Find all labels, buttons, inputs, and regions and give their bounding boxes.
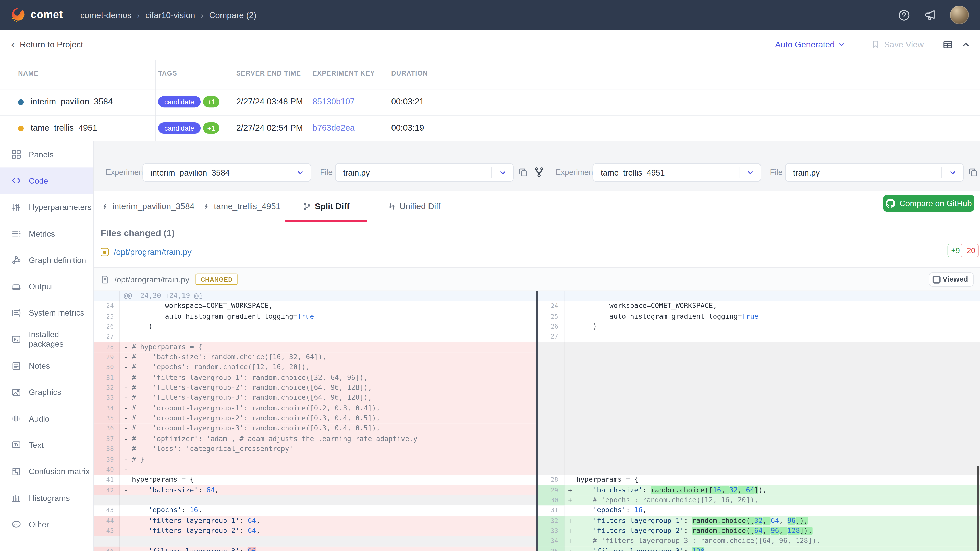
table-header-row: NAMETAGSSERVER END TIMEEXPERIMENT KEYDUR…	[0, 59, 980, 89]
changed-file-link[interactable]: /opt/program/train.py	[114, 248, 192, 257]
compare-on-github-label: Compare on GitHub	[900, 199, 972, 208]
experiment-color-dot	[18, 99, 24, 105]
view-selector-dropdown[interactable]: Auto Generated	[775, 40, 845, 49]
copy-icon[interactable]	[968, 167, 978, 177]
tab-unified-diff[interactable]: Unified Diff	[380, 191, 449, 222]
line-number: 30	[94, 362, 120, 373]
line-number: 35	[538, 546, 565, 551]
breadcrumb-separator: ›	[137, 10, 140, 20]
breadcrumb-item[interactable]: cifar10-vision	[145, 10, 195, 20]
experiment-row[interactable]: tame_trellis_4951candidate+12/27/24 02:5…	[0, 115, 980, 142]
copy-icon[interactable]	[518, 167, 528, 177]
tag-pill[interactable]: +1	[203, 96, 220, 107]
help-icon[interactable]	[898, 9, 910, 21]
sidebar-item-hyperparameters[interactable]: Hyperparameters	[0, 194, 93, 221]
sidebar-item-code[interactable]: Code	[0, 168, 93, 194]
save-view-label: Save View	[884, 40, 924, 49]
viewed-checkbox[interactable]	[932, 275, 941, 283]
changed-badge: CHANGED	[196, 274, 238, 285]
diff-context-line: 31 'epochs': 16,	[538, 506, 980, 516]
diff-pane-right[interactable]: 24 workspace=COMET_WORKSPACE,25 auto_his…	[538, 291, 980, 551]
sidebar-item-histograms[interactable]: Histograms	[0, 485, 93, 511]
tag-pill[interactable]: candidate	[158, 122, 200, 134]
diff-filler-row	[538, 342, 980, 475]
breadcrumb-item[interactable]: Compare (2)	[209, 10, 256, 20]
diff-added-line: 32+ 'filters-layergroup-1': random.choic…	[538, 516, 980, 526]
line-number: 36	[94, 424, 120, 434]
experiment-select-right[interactable]: tame_trellis_4951	[593, 163, 761, 182]
column-header[interactable]: EXPERIMENT KEY	[312, 69, 375, 77]
experiment-label-right: Experiment	[555, 168, 595, 177]
diff-context-line: 43 'epochs': 16,	[94, 506, 536, 516]
line-number: 32	[94, 383, 120, 393]
save-view-button[interactable]: Save View	[872, 40, 924, 49]
sidebar-item-other[interactable]: Other	[0, 511, 93, 538]
announcements-icon[interactable]	[924, 9, 936, 21]
experiment-key-link[interactable]: b763de2ea	[312, 123, 355, 132]
view-selector-value: Auto Generated	[775, 40, 835, 49]
graphics-icon	[11, 387, 21, 397]
diff-context-line: 41hyperparams = {	[94, 475, 536, 485]
sidebar-item-output[interactable]: Output	[0, 273, 93, 300]
sidebar-item-audio[interactable]: Audio	[0, 405, 93, 432]
column-header[interactable]: DURATION	[391, 69, 428, 77]
tab-interim_pavilion_3584[interactable]: interim_pavilion_3584	[102, 191, 194, 222]
notes-icon	[11, 361, 21, 371]
line-number: 34	[538, 536, 565, 546]
sidebar-item-confusion-matrix[interactable]: Confusion matrix	[0, 458, 93, 485]
column-header[interactable]: NAME	[18, 69, 39, 77]
sidebar-item-graph-definition[interactable]: Graph definition	[0, 247, 93, 273]
tab-label: Unified Diff	[399, 202, 441, 211]
line-number: 45	[94, 526, 120, 536]
experiment-select-left[interactable]: interim_pavilion_3584	[142, 163, 311, 182]
tab-split-diff[interactable]: Split Diff	[285, 191, 368, 222]
column-header[interactable]: SERVER END TIME	[236, 69, 301, 77]
pane-splitter[interactable]	[536, 291, 538, 551]
tag-pill[interactable]: +1	[203, 122, 220, 134]
sidebar: PanelsCodeHyperparametersMetricsGraph de…	[0, 141, 94, 551]
line-number: 25	[94, 311, 120, 322]
tab-tame_trellis_4951[interactable]: tame_trellis_4951	[204, 191, 280, 222]
scrollbar-thumb[interactable]	[977, 466, 980, 551]
sidebar-item-text[interactable]: TtText	[0, 432, 93, 458]
file-select-left-value: train.py	[336, 168, 491, 177]
experiment-key-link[interactable]: 85130b107	[312, 97, 355, 106]
diff-removed-line: 45- 'filters-layergroup-2': 64,	[94, 526, 536, 536]
tab-label: Split Diff	[315, 202, 350, 211]
sidebar-item-metrics[interactable]: Metrics	[0, 221, 93, 247]
collapse-panel-icon[interactable]	[962, 40, 970, 48]
diff-context-line: 25 auto_histogram_gradient_logging=True	[94, 311, 536, 322]
comet-logo[interactable]: comet	[10, 7, 63, 23]
user-avatar[interactable]	[950, 6, 969, 24]
sidebar-item-graphics[interactable]: Graphics	[0, 379, 93, 406]
output-icon	[11, 282, 21, 292]
experiment-name[interactable]: tame_trellis_4951	[30, 123, 97, 132]
line-number: 24	[94, 301, 120, 311]
tag-pill[interactable]: candidate	[158, 96, 200, 107]
document-icon	[100, 275, 109, 284]
sidebar-item-notes[interactable]: Notes	[0, 353, 93, 379]
sidebar-item-panels[interactable]: Panels	[0, 141, 93, 168]
return-to-project-button[interactable]: ‹ Return to Project	[11, 39, 83, 50]
sidebar-item-installed-packages[interactable]: PyInstalled packages	[0, 326, 93, 353]
column-header[interactable]: TAGS	[158, 69, 177, 77]
sidebar-item-label: Confusion matrix	[29, 467, 90, 476]
experiment-row[interactable]: interim_pavilion_3584candidate+12/27/24 …	[0, 89, 980, 116]
breadcrumb-item[interactable]: comet-demos	[80, 10, 131, 20]
diff-removed-line: 30-# 'epochs': random.choice([12, 16, 20…	[94, 362, 536, 373]
file-select-right[interactable]: train.py	[785, 163, 964, 182]
line-number: 44	[94, 516, 120, 526]
line-number: 43	[94, 506, 120, 516]
sidebar-item-system-metrics[interactable]: System metrics	[0, 300, 93, 326]
line-number: 26	[538, 322, 565, 332]
experiment-name[interactable]: interim_pavilion_3584	[30, 97, 113, 106]
diff-removed-line: 38-# 'loss': 'categorical_crossentropy'	[94, 445, 536, 454]
line-number: 31	[94, 373, 120, 383]
diff-removed-line: 29-# 'batch-size': random.choice([16, 32…	[94, 352, 536, 362]
compare-on-github-button[interactable]: Compare on GitHub	[883, 195, 974, 212]
diff-pane-left[interactable]: @@ -24,30 +24,19 @@24 workspace=COMET_WO…	[94, 291, 536, 551]
file-select-left[interactable]: train.py	[335, 163, 514, 182]
viewed-toggle[interactable]: Viewed	[929, 272, 974, 286]
table-layout-icon[interactable]	[942, 39, 953, 50]
diff-removed-line: 37-# 'optimizer': 'adam', # adam adjusts…	[94, 434, 536, 445]
